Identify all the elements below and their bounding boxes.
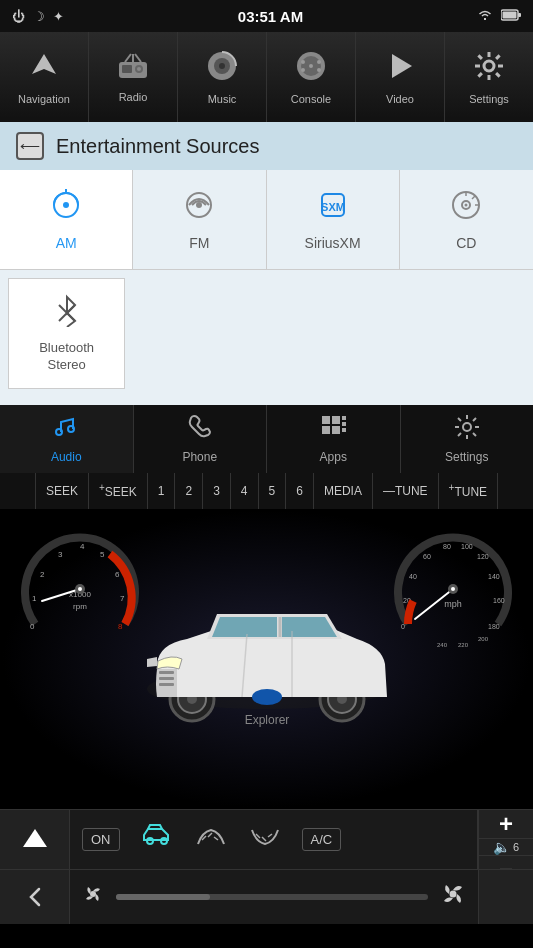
climate-on-button[interactable]: ON bbox=[82, 828, 120, 851]
tab-phone-label: Phone bbox=[182, 450, 217, 464]
svg-text:40: 40 bbox=[409, 573, 417, 580]
svg-point-89 bbox=[252, 689, 282, 705]
tune-minus-button[interactable]: —TUNE bbox=[373, 473, 439, 509]
channel-5-button[interactable]: 5 bbox=[259, 473, 287, 509]
tab-phone[interactable]: Phone bbox=[134, 405, 268, 473]
sirius-label: SiriusXM bbox=[305, 235, 361, 251]
channel-1-button[interactable]: 1 bbox=[148, 473, 176, 509]
sirius-icon: SXM bbox=[316, 188, 350, 229]
fan-high-icon bbox=[438, 879, 468, 915]
svg-marker-3 bbox=[32, 54, 56, 74]
climate-top-row: ON bbox=[0, 809, 533, 869]
source-sirius[interactable]: SXM SiriusXM bbox=[267, 170, 400, 269]
climate-car-icon[interactable] bbox=[140, 822, 174, 856]
nav-navigation[interactable]: Navigation bbox=[0, 32, 89, 122]
volume-level: 6 bbox=[513, 841, 519, 853]
volume-plus-button[interactable]: + bbox=[479, 810, 533, 839]
audio-tab-icon bbox=[53, 414, 79, 446]
navigation-icon bbox=[28, 50, 60, 89]
source-am[interactable]: AM bbox=[0, 170, 133, 269]
climate-up-button[interactable] bbox=[0, 810, 70, 869]
svg-text:80: 80 bbox=[443, 543, 451, 550]
nav-music[interactable]: Music bbox=[178, 32, 267, 122]
svg-text:6: 6 bbox=[115, 570, 120, 579]
svg-point-119 bbox=[90, 891, 96, 897]
svg-rect-51 bbox=[332, 426, 340, 434]
nav-console[interactable]: Console bbox=[267, 32, 356, 122]
sources-row2: BluetoothStereo bbox=[0, 270, 533, 405]
console-icon bbox=[295, 50, 327, 89]
seek-plus-button[interactable]: +SEEK bbox=[89, 473, 148, 509]
tab-settings[interactable]: Settings bbox=[401, 405, 534, 473]
svg-text:180: 180 bbox=[488, 623, 500, 630]
brightness-icon: ✦ bbox=[53, 9, 64, 24]
channel-4-button[interactable]: 4 bbox=[231, 473, 259, 509]
svg-point-46 bbox=[56, 429, 62, 435]
nav-navigation-label: Navigation bbox=[18, 93, 70, 105]
sources-grid: AM FM SXM SiriusXM bbox=[0, 170, 533, 270]
svg-text:220: 220 bbox=[458, 642, 469, 648]
svg-text:5: 5 bbox=[100, 550, 105, 559]
ac-button[interactable]: A/C bbox=[302, 828, 342, 851]
svg-rect-5 bbox=[122, 65, 132, 73]
back-bottom-button[interactable] bbox=[0, 870, 70, 924]
svg-line-27 bbox=[478, 55, 482, 59]
svg-point-17 bbox=[301, 60, 305, 64]
nav-settings[interactable]: Settings bbox=[445, 32, 533, 122]
defrost-front-icon[interactable] bbox=[194, 822, 228, 856]
tab-audio[interactable]: Audio bbox=[0, 405, 134, 473]
cd-label: CD bbox=[456, 235, 476, 251]
seek-plus-label: +SEEK bbox=[99, 482, 137, 499]
tune-plus-button[interactable]: +TUNE bbox=[439, 473, 499, 509]
svg-line-30 bbox=[478, 73, 482, 77]
seek-bar: SEEK +SEEK 1 2 3 4 5 6 MEDIA —TUNE +TUNE bbox=[0, 473, 533, 509]
source-cd[interactable]: CD bbox=[400, 170, 533, 269]
svg-text:Explorer: Explorer bbox=[244, 713, 289, 727]
svg-rect-53 bbox=[342, 422, 346, 426]
svg-rect-2 bbox=[503, 11, 517, 18]
fm-label: FM bbox=[189, 235, 209, 251]
svg-point-40 bbox=[465, 204, 468, 207]
source-fm[interactable]: FM bbox=[133, 170, 266, 269]
fan-speed-row bbox=[70, 870, 478, 924]
status-left-icons: ⏻ ☽ ✦ bbox=[12, 9, 64, 24]
nav-radio[interactable]: Radio bbox=[89, 32, 178, 122]
tab-apps[interactable]: Apps bbox=[267, 405, 401, 473]
source-bluetooth[interactable]: BluetoothStereo bbox=[8, 278, 125, 389]
volume-indicator: 🔈 6 bbox=[479, 839, 533, 856]
svg-line-115 bbox=[214, 837, 218, 840]
svg-text:240: 240 bbox=[437, 642, 448, 648]
seek-label: SEEK bbox=[46, 484, 78, 498]
svg-rect-54 bbox=[342, 428, 346, 432]
settings-icon bbox=[473, 50, 505, 89]
climate-controls-row: ON bbox=[70, 810, 478, 869]
svg-marker-21 bbox=[392, 54, 412, 78]
channel-3-button[interactable]: 3 bbox=[203, 473, 231, 509]
svg-point-77 bbox=[78, 587, 82, 591]
svg-rect-52 bbox=[342, 416, 346, 420]
media-button[interactable]: MEDIA bbox=[314, 473, 373, 509]
svg-rect-86 bbox=[159, 671, 174, 674]
phone-tab-icon bbox=[188, 414, 212, 446]
svg-text:140: 140 bbox=[488, 573, 500, 580]
status-right-icons bbox=[477, 8, 521, 25]
battery-icon bbox=[501, 9, 521, 24]
svg-line-10 bbox=[135, 54, 141, 62]
svg-text:rpm: rpm bbox=[73, 602, 87, 611]
svg-line-42 bbox=[472, 196, 475, 199]
svg-text:0: 0 bbox=[401, 623, 405, 630]
seek-button[interactable]: SEEK bbox=[35, 473, 89, 509]
svg-text:7: 7 bbox=[120, 594, 125, 603]
fan-speed-slider[interactable] bbox=[116, 894, 428, 900]
back-button[interactable]: ⟵ bbox=[16, 132, 44, 160]
defrost-rear-icon[interactable] bbox=[248, 822, 282, 856]
svg-text:8: 8 bbox=[118, 622, 123, 631]
fm-icon bbox=[182, 188, 216, 229]
svg-rect-88 bbox=[159, 683, 174, 686]
nav-video[interactable]: Video bbox=[356, 32, 445, 122]
clock: 03:51 AM bbox=[238, 8, 303, 25]
rpm-gauge: 0 1 2 3 4 5 6 7 8 x1000 rpm bbox=[20, 529, 140, 649]
svg-line-114 bbox=[208, 833, 212, 837]
channel-6-button[interactable]: 6 bbox=[286, 473, 314, 509]
channel-2-button[interactable]: 2 bbox=[175, 473, 203, 509]
